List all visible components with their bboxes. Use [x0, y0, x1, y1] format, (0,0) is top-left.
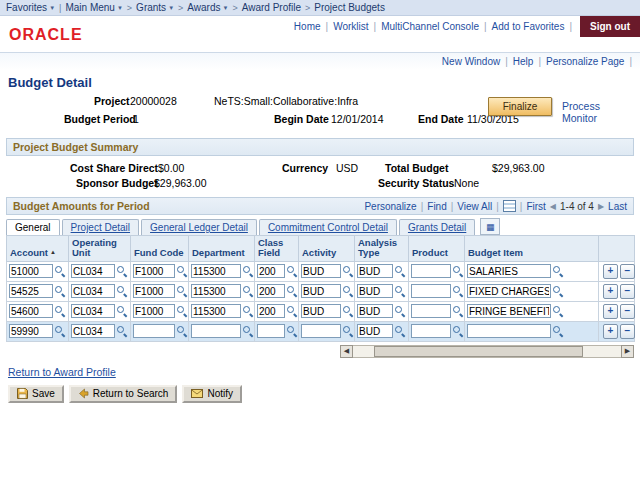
scroll-right-icon[interactable]: ▶ — [621, 345, 634, 358]
fund-code-lookup-icon[interactable] — [176, 285, 188, 297]
operating-unit-lookup-icon[interactable] — [116, 305, 128, 317]
fund-code-input[interactable] — [133, 304, 175, 318]
class-field-input[interactable] — [257, 284, 285, 298]
pagebar-link-help[interactable]: Help — [513, 56, 534, 67]
sign-out-button[interactable]: Sign out — [580, 16, 640, 37]
breadcrumb-item-project-budgets[interactable]: Project Budgets — [314, 2, 385, 13]
activity-lookup-icon[interactable] — [342, 305, 354, 317]
fund-code-lookup-icon[interactable] — [176, 305, 188, 317]
product-input[interactable] — [411, 264, 451, 278]
department-lookup-icon[interactable] — [242, 325, 254, 337]
class-field-lookup-icon[interactable] — [286, 285, 298, 297]
tab-commitment-control-detail[interactable]: Commitment Control Detail — [259, 219, 397, 235]
breadcrumb-item-main-menu[interactable]: Main Menu▼ — [65, 2, 122, 13]
department-lookup-icon[interactable] — [242, 305, 254, 317]
tab-grants-detail[interactable]: Grants Detail — [399, 219, 475, 235]
breadcrumb-item-award-profile[interactable]: Award Profile — [242, 2, 301, 13]
operating-unit-lookup-icon[interactable] — [116, 265, 128, 277]
budget-item-lookup-icon[interactable] — [552, 265, 564, 277]
column-header-operating-unit[interactable]: Operating Unit — [69, 236, 131, 262]
product-lookup-icon[interactable] — [452, 285, 464, 297]
fund-code-input[interactable] — [133, 324, 175, 338]
add-row-button[interactable]: + — [603, 304, 618, 319]
product-lookup-icon[interactable] — [452, 265, 464, 277]
column-header-class-field[interactable]: Class Field — [255, 236, 299, 262]
class-field-lookup-icon[interactable] — [286, 265, 298, 277]
account-input[interactable] — [9, 304, 53, 318]
column-header-analysis-type[interactable]: Analysis Type — [355, 236, 409, 262]
analysis-type-input[interactable] — [357, 304, 393, 318]
operating-unit-input[interactable] — [71, 264, 115, 278]
budget-item-input[interactable] — [467, 324, 551, 338]
account-lookup-icon[interactable] — [54, 325, 66, 337]
return-to-award-profile-link[interactable]: Return to Award Profile — [8, 366, 116, 378]
class-field-lookup-icon[interactable] — [286, 305, 298, 317]
next-page-icon[interactable]: ▶ — [598, 202, 604, 211]
account-lookup-icon[interactable] — [54, 305, 66, 317]
budget-item-input[interactable] — [467, 284, 551, 298]
activity-input[interactable] — [301, 304, 341, 318]
budget-item-lookup-icon[interactable] — [552, 285, 564, 297]
product-input[interactable] — [411, 324, 451, 338]
tab-project-detail[interactable]: Project Detail — [62, 219, 139, 235]
column-header-account[interactable]: Account▲ — [7, 236, 69, 262]
operating-unit-input[interactable] — [71, 284, 115, 298]
activity-lookup-icon[interactable] — [342, 285, 354, 297]
scrollbar-thumb[interactable] — [374, 346, 583, 357]
breadcrumb-item-grants[interactable]: Grants▼ — [136, 2, 174, 13]
analysis-type-lookup-icon[interactable] — [394, 305, 406, 317]
notify-button[interactable]: Notify — [182, 385, 242, 403]
process-monitor-link[interactable]: Process Monitor — [562, 100, 634, 124]
budget-item-lookup-icon[interactable] — [552, 305, 564, 317]
operating-unit-lookup-icon[interactable] — [116, 285, 128, 297]
fund-code-input[interactable] — [133, 284, 175, 298]
column-header-product[interactable]: Product — [409, 236, 465, 262]
save-button[interactable]: Save — [8, 385, 64, 403]
product-input[interactable] — [411, 304, 451, 318]
project-budget-summary-header[interactable]: Project Budget Summary — [6, 138, 634, 156]
delete-row-button[interactable]: − — [620, 304, 635, 319]
activity-lookup-icon[interactable] — [342, 325, 354, 337]
activity-lookup-icon[interactable] — [342, 265, 354, 277]
department-input[interactable] — [191, 284, 241, 298]
breadcrumb-item-awards[interactable]: Awards▼ — [187, 2, 228, 13]
breadcrumb-item-favorites[interactable]: Favorites▼ — [6, 2, 55, 13]
product-lookup-icon[interactable] — [452, 325, 464, 337]
budget-item-input[interactable] — [467, 304, 551, 318]
account-input[interactable] — [9, 284, 53, 298]
return-to-search-button[interactable]: Return to Search — [69, 385, 178, 403]
header-link-worklist[interactable]: Worklist — [333, 21, 368, 32]
fund-code-lookup-icon[interactable] — [176, 325, 188, 337]
header-link-multichannel-console[interactable]: MultiChannel Console — [381, 21, 479, 32]
header-link-home[interactable]: Home — [294, 21, 321, 32]
department-input[interactable] — [191, 264, 241, 278]
header-link-add-to-favorites[interactable]: Add to Favorites — [492, 21, 565, 32]
horizontal-scrollbar[interactable]: ◀ ▶ — [340, 345, 634, 358]
class-field-input[interactable] — [257, 264, 285, 278]
add-row-button[interactable]: + — [603, 284, 618, 299]
class-field-input[interactable] — [257, 324, 285, 338]
budget-item-lookup-icon[interactable] — [552, 325, 564, 337]
account-lookup-icon[interactable] — [54, 265, 66, 277]
analysis-type-input[interactable] — [357, 284, 393, 298]
column-header-fund-code[interactable]: Fund Code — [131, 236, 189, 262]
scrollbar-track[interactable] — [353, 345, 621, 358]
tab-general[interactable]: General — [6, 219, 60, 235]
delete-row-button[interactable]: − — [620, 264, 635, 279]
activity-input[interactable] — [301, 264, 341, 278]
analysis-type-lookup-icon[interactable] — [394, 265, 406, 277]
account-input[interactable] — [9, 264, 53, 278]
column-header-budget-item[interactable]: Budget Item — [465, 236, 599, 262]
class-field-input[interactable] — [257, 304, 285, 318]
class-field-lookup-icon[interactable] — [286, 325, 298, 337]
operating-unit-lookup-icon[interactable] — [116, 325, 128, 337]
tab-general-ledger-detail[interactable]: General Ledger Detail — [141, 219, 257, 235]
first-link[interactable]: First — [526, 201, 545, 212]
analysis-type-input[interactable] — [357, 264, 393, 278]
activity-input[interactable] — [301, 284, 341, 298]
personalize-link[interactable]: Personalize — [364, 201, 416, 212]
add-row-button[interactable]: + — [603, 324, 618, 339]
analysis-type-lookup-icon[interactable] — [394, 285, 406, 297]
activity-input[interactable] — [301, 324, 341, 338]
show-all-columns-icon[interactable]: ▦ — [480, 218, 500, 235]
